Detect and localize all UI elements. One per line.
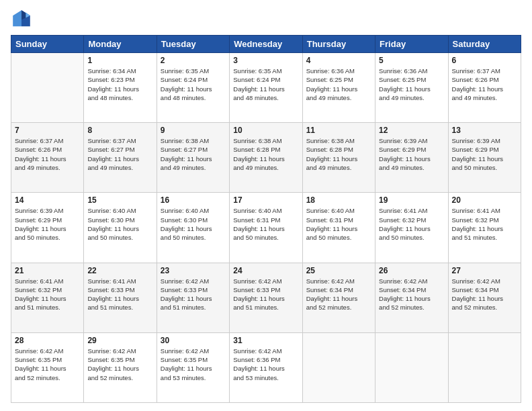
calendar-cell: 14Sunrise: 6:39 AM Sunset: 6:29 PM Dayli…	[11, 193, 84, 263]
calendar-cell: 30Sunrise: 6:42 AM Sunset: 6:35 PM Dayli…	[157, 332, 229, 402]
day-number: 16	[161, 195, 226, 205]
calendar-cell: 31Sunrise: 6:42 AM Sunset: 6:36 PM Dayli…	[230, 332, 302, 402]
day-info: Sunrise: 6:37 AM Sunset: 6:27 PM Dayligh…	[87, 136, 152, 172]
calendar-cell: 24Sunrise: 6:42 AM Sunset: 6:33 PM Dayli…	[230, 263, 302, 332]
weekday-header: Sunday	[11, 36, 84, 53]
weekday-header: Friday	[375, 36, 448, 53]
calendar-cell	[302, 332, 375, 402]
day-info: Sunrise: 6:41 AM Sunset: 6:33 PM Dayligh…	[87, 277, 152, 312]
day-info: Sunrise: 6:39 AM Sunset: 6:29 PM Dayligh…	[15, 206, 80, 242]
calendar-week-row: 1Sunrise: 6:34 AM Sunset: 6:23 PM Daylig…	[11, 53, 521, 123]
calendar-cell: 23Sunrise: 6:42 AM Sunset: 6:33 PM Dayli…	[157, 263, 229, 332]
calendar-cell	[11, 53, 84, 123]
calendar-week-row: 7Sunrise: 6:37 AM Sunset: 6:26 PM Daylig…	[11, 123, 521, 193]
day-number: 24	[233, 266, 298, 275]
calendar-cell	[375, 332, 448, 402]
day-number: 22	[87, 266, 152, 275]
calendar-cell: 20Sunrise: 6:41 AM Sunset: 6:32 PM Dayli…	[448, 193, 521, 263]
weekday-header: Thursday	[302, 36, 375, 53]
calendar-cell: 10Sunrise: 6:38 AM Sunset: 6:28 PM Dayli…	[230, 123, 302, 193]
calendar-cell: 2Sunrise: 6:35 AM Sunset: 6:24 PM Daylig…	[157, 53, 229, 123]
calendar-cell: 17Sunrise: 6:40 AM Sunset: 6:31 PM Dayli…	[230, 193, 302, 263]
day-info: Sunrise: 6:40 AM Sunset: 6:30 PM Dayligh…	[87, 206, 152, 242]
day-number: 17	[233, 195, 298, 205]
day-number: 3	[233, 56, 298, 65]
day-number: 1	[87, 56, 152, 65]
svg-marker-1	[13, 10, 21, 26]
logo-icon	[11, 8, 32, 30]
day-info: Sunrise: 6:36 AM Sunset: 6:25 PM Dayligh…	[306, 66, 371, 102]
page: SundayMondayTuesdayWednesdayThursdayFrid…	[0, 0, 532, 411]
day-info: Sunrise: 6:41 AM Sunset: 6:32 PM Dayligh…	[379, 206, 444, 242]
day-number: 14	[15, 195, 80, 205]
weekday-header: Tuesday	[157, 36, 229, 53]
day-info: Sunrise: 6:39 AM Sunset: 6:29 PM Dayligh…	[452, 136, 517, 172]
day-number: 26	[379, 266, 444, 275]
day-number: 27	[452, 266, 517, 275]
day-info: Sunrise: 6:42 AM Sunset: 6:34 PM Dayligh…	[379, 277, 444, 312]
calendar-cell: 29Sunrise: 6:42 AM Sunset: 6:35 PM Dayli…	[84, 332, 157, 402]
day-number: 23	[161, 266, 226, 275]
day-number: 6	[452, 56, 517, 65]
day-number: 7	[15, 126, 80, 135]
calendar-header-row: SundayMondayTuesdayWednesdayThursdayFrid…	[11, 36, 521, 53]
day-info: Sunrise: 6:42 AM Sunset: 6:35 PM Dayligh…	[87, 347, 152, 382]
calendar-week-row: 28Sunrise: 6:42 AM Sunset: 6:35 PM Dayli…	[11, 332, 521, 402]
calendar-cell: 6Sunrise: 6:37 AM Sunset: 6:26 PM Daylig…	[448, 53, 521, 123]
day-number: 15	[87, 195, 152, 205]
day-info: Sunrise: 6:38 AM Sunset: 6:27 PM Dayligh…	[161, 136, 226, 172]
day-info: Sunrise: 6:42 AM Sunset: 6:34 PM Dayligh…	[306, 277, 371, 312]
weekday-header: Monday	[84, 36, 157, 53]
calendar-cell: 11Sunrise: 6:38 AM Sunset: 6:28 PM Dayli…	[302, 123, 375, 193]
day-number: 20	[452, 195, 517, 205]
day-number: 31	[233, 336, 298, 345]
calendar-cell: 1Sunrise: 6:34 AM Sunset: 6:23 PM Daylig…	[84, 53, 157, 123]
day-info: Sunrise: 6:38 AM Sunset: 6:28 PM Dayligh…	[233, 136, 298, 172]
day-info: Sunrise: 6:39 AM Sunset: 6:29 PM Dayligh…	[379, 136, 444, 172]
day-info: Sunrise: 6:40 AM Sunset: 6:30 PM Dayligh…	[161, 206, 226, 242]
calendar-cell: 8Sunrise: 6:37 AM Sunset: 6:27 PM Daylig…	[84, 123, 157, 193]
day-info: Sunrise: 6:38 AM Sunset: 6:28 PM Dayligh…	[306, 136, 371, 172]
day-info: Sunrise: 6:42 AM Sunset: 6:33 PM Dayligh…	[161, 277, 226, 312]
calendar-cell: 16Sunrise: 6:40 AM Sunset: 6:30 PM Dayli…	[157, 193, 229, 263]
day-number: 18	[306, 195, 371, 205]
calendar-cell: 21Sunrise: 6:41 AM Sunset: 6:32 PM Dayli…	[11, 263, 84, 332]
day-info: Sunrise: 6:35 AM Sunset: 6:24 PM Dayligh…	[161, 66, 226, 102]
day-number: 25	[306, 266, 371, 275]
calendar-cell: 3Sunrise: 6:35 AM Sunset: 6:24 PM Daylig…	[230, 53, 302, 123]
day-info: Sunrise: 6:35 AM Sunset: 6:24 PM Dayligh…	[233, 66, 298, 102]
day-number: 28	[15, 336, 80, 345]
day-info: Sunrise: 6:42 AM Sunset: 6:33 PM Dayligh…	[233, 277, 298, 312]
day-info: Sunrise: 6:40 AM Sunset: 6:31 PM Dayligh…	[306, 206, 371, 242]
calendar-cell: 27Sunrise: 6:42 AM Sunset: 6:34 PM Dayli…	[448, 263, 521, 332]
day-number: 30	[161, 336, 226, 345]
day-number: 21	[15, 266, 80, 275]
header	[11, 8, 521, 30]
day-number: 5	[379, 56, 444, 65]
day-info: Sunrise: 6:41 AM Sunset: 6:32 PM Dayligh…	[15, 277, 80, 312]
calendar-cell: 7Sunrise: 6:37 AM Sunset: 6:26 PM Daylig…	[11, 123, 84, 193]
calendar-cell: 22Sunrise: 6:41 AM Sunset: 6:33 PM Dayli…	[84, 263, 157, 332]
calendar-cell: 19Sunrise: 6:41 AM Sunset: 6:32 PM Dayli…	[375, 193, 448, 263]
day-number: 12	[379, 126, 444, 135]
calendar-week-row: 21Sunrise: 6:41 AM Sunset: 6:32 PM Dayli…	[11, 263, 521, 332]
day-info: Sunrise: 6:40 AM Sunset: 6:31 PM Dayligh…	[233, 206, 298, 242]
day-number: 2	[161, 56, 226, 65]
day-info: Sunrise: 6:42 AM Sunset: 6:35 PM Dayligh…	[15, 347, 80, 382]
calendar-cell: 25Sunrise: 6:42 AM Sunset: 6:34 PM Dayli…	[302, 263, 375, 332]
weekday-header: Saturday	[448, 36, 521, 53]
day-number: 9	[161, 126, 226, 135]
calendar-body: 1Sunrise: 6:34 AM Sunset: 6:23 PM Daylig…	[11, 53, 521, 403]
day-info: Sunrise: 6:37 AM Sunset: 6:26 PM Dayligh…	[452, 66, 517, 102]
day-number: 4	[306, 56, 371, 65]
calendar-cell: 9Sunrise: 6:38 AM Sunset: 6:27 PM Daylig…	[157, 123, 229, 193]
calendar-week-row: 14Sunrise: 6:39 AM Sunset: 6:29 PM Dayli…	[11, 193, 521, 263]
day-number: 13	[452, 126, 517, 135]
day-info: Sunrise: 6:42 AM Sunset: 6:35 PM Dayligh…	[161, 347, 226, 382]
day-number: 10	[233, 126, 298, 135]
day-info: Sunrise: 6:42 AM Sunset: 6:34 PM Dayligh…	[452, 277, 517, 312]
day-number: 29	[87, 336, 152, 345]
day-info: Sunrise: 6:37 AM Sunset: 6:26 PM Dayligh…	[15, 136, 80, 172]
calendar-cell: 26Sunrise: 6:42 AM Sunset: 6:34 PM Dayli…	[375, 263, 448, 332]
calendar-cell: 15Sunrise: 6:40 AM Sunset: 6:30 PM Dayli…	[84, 193, 157, 263]
